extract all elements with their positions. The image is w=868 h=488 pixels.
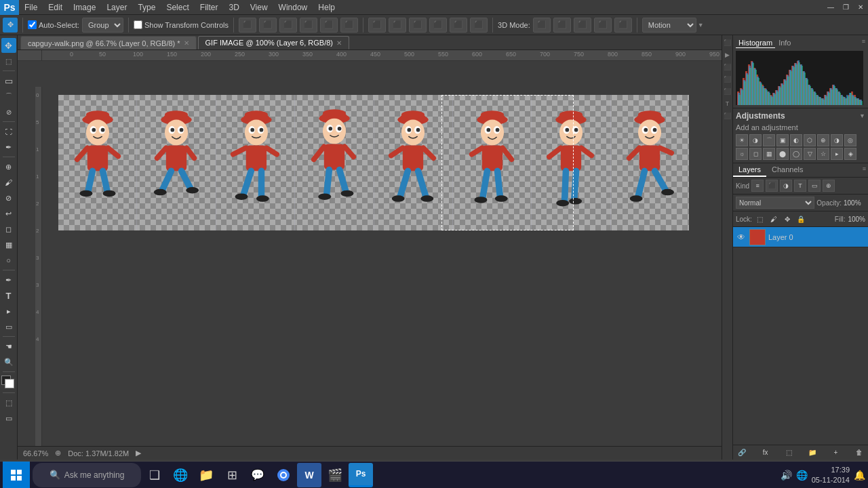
adj-solid-color[interactable]: ◈: [844, 148, 856, 160]
taskbar-file-explorer[interactable]: 📁: [194, 463, 218, 487]
lock-transparent-btn[interactable]: ⬚: [755, 214, 766, 224]
taskbar-task-view[interactable]: ❑: [142, 463, 167, 487]
lasso-tool[interactable]: ⌒: [1, 89, 16, 104]
adj-levels[interactable]: ◑: [749, 134, 762, 146]
layer-filter-pixel[interactable]: ⬛: [766, 180, 778, 192]
eyedropper-tool[interactable]: ✒: [1, 140, 16, 155]
panel-btn-5[interactable]: ⬛: [723, 87, 732, 96]
add-effect-btn[interactable]: fx: [760, 447, 772, 459]
show-transform-group[interactable]: Show Transform Controls: [134, 20, 229, 29]
lock-all-btn[interactable]: 🔒: [795, 214, 806, 224]
dist-left-btn[interactable]: ⬛: [429, 18, 447, 33]
quick-mask-tool[interactable]: ⬚: [1, 395, 16, 410]
adj-exposure[interactable]: ▣: [776, 134, 789, 146]
menu-file[interactable]: File: [19, 0, 43, 14]
layer-filter-type[interactable]: T: [794, 180, 806, 192]
taskbar-photoshop[interactable]: Ps: [349, 463, 373, 487]
adj-pattern[interactable]: ▸: [831, 148, 843, 160]
opacity-value[interactable]: 100%: [844, 199, 865, 207]
align-vmid-btn[interactable]: ⬛: [259, 18, 277, 33]
dist-hmid-btn[interactable]: ⬛: [450, 18, 467, 33]
dist-vmid-btn[interactable]: ⬛: [389, 18, 406, 33]
taskbar-word[interactable]: W: [297, 463, 321, 487]
taskbar-windows-store[interactable]: ⊞: [220, 463, 244, 487]
network-icon[interactable]: 🌐: [796, 470, 808, 481]
auto-select-checkbox[interactable]: [28, 20, 37, 29]
tab-capguy-close[interactable]: ✕: [184, 39, 189, 47]
heal-tool[interactable]: ⊕: [1, 159, 16, 174]
align-left-btn[interactable]: ⬛: [300, 18, 317, 33]
layer-row-0[interactable]: 👁 Layer 0: [733, 227, 868, 247]
menu-layer[interactable]: Layer: [101, 0, 132, 14]
lock-paint-btn[interactable]: 🖌: [768, 214, 779, 224]
start-button[interactable]: [3, 462, 30, 489]
layer-0-visibility[interactable]: 👁: [736, 232, 747, 243]
clone-stamp-tool[interactable]: ⊘: [1, 190, 16, 205]
adj-posterize[interactable]: ⬤: [776, 148, 789, 160]
adj-photo-filter[interactable]: ◎: [844, 134, 856, 146]
gradient-tool[interactable]: ▦: [1, 237, 16, 252]
notification-icon[interactable]: 🔔: [854, 470, 865, 481]
restore-button[interactable]: ❐: [838, 0, 853, 15]
align-hmid-btn[interactable]: ⬛: [320, 18, 338, 33]
3d-rotate-btn[interactable]: ⬛: [533, 18, 551, 33]
pen-tool[interactable]: ✒: [1, 272, 16, 287]
menu-type[interactable]: Type: [132, 0, 161, 14]
marquee-tool[interactable]: ▭: [1, 73, 16, 88]
shape-tool[interactable]: ▭: [1, 319, 16, 334]
panel-btn-4[interactable]: ⬛: [723, 75, 732, 84]
speaker-icon[interactable]: 🔊: [781, 470, 792, 481]
adj-color-lookup[interactable]: ◻: [749, 148, 762, 160]
adj-channel-mixer[interactable]: ☼: [736, 148, 748, 160]
tab-info[interactable]: Info: [776, 38, 793, 48]
taskbar-video[interactable]: 🎬: [323, 463, 347, 487]
auto-select-dropdown[interactable]: Group Layer: [82, 18, 123, 33]
auto-select-group[interactable]: Auto-Select:: [28, 20, 79, 29]
menu-3d[interactable]: 3D: [223, 0, 244, 14]
menu-edit[interactable]: Edit: [43, 0, 68, 14]
panel-btn-1[interactable]: ⬛: [723, 38, 732, 47]
dist-top-btn[interactable]: ⬛: [368, 18, 386, 33]
menu-select[interactable]: Select: [161, 0, 194, 14]
layer-filter-toggle[interactable]: ⊕: [823, 180, 835, 192]
adj-bw[interactable]: ◑: [831, 134, 843, 146]
brush-tool[interactable]: 🖌: [1, 175, 16, 190]
add-mask-btn[interactable]: ⬚: [783, 447, 795, 459]
adj-threshold[interactable]: ◯: [790, 148, 802, 160]
3d-pan-btn[interactable]: ⬛: [574, 18, 591, 33]
layer-filter-shape[interactable]: ▭: [808, 180, 821, 192]
tab-channels[interactable]: Channels: [766, 163, 808, 177]
canvas-container[interactable]: 0 5 1 1 2 2 3 3 4 4: [18, 61, 722, 446]
layers-options-icon[interactable]: ≡: [861, 163, 868, 177]
path-select-tool[interactable]: ▸: [1, 304, 16, 319]
3d-roll-btn[interactable]: ⬛: [553, 18, 571, 33]
menu-view[interactable]: View: [245, 0, 273, 14]
history-brush-tool[interactable]: ↩: [1, 206, 16, 221]
zoom-tool[interactable]: 🔍: [1, 354, 16, 369]
link-layers-btn[interactable]: 🔗: [736, 447, 748, 459]
arrow-icon[interactable]: ▶: [136, 449, 141, 458]
adj-vibrance[interactable]: ◐: [790, 134, 802, 146]
dodge-tool[interactable]: ○: [1, 253, 16, 268]
panel-btn-3[interactable]: ⬛: [723, 62, 732, 72]
delete-layer-btn[interactable]: 🗑: [853, 447, 865, 459]
align-bottom-btn[interactable]: ⬛: [279, 18, 297, 33]
hand-tool[interactable]: ☚: [1, 339, 16, 354]
search-placeholder[interactable]: Ask me anything: [64, 470, 125, 480]
add-group-btn[interactable]: 📁: [806, 447, 818, 459]
layer-filter-adjustment[interactable]: ◑: [780, 180, 792, 192]
taskbar-skype[interactable]: 💬: [245, 463, 270, 487]
taskbar-chrome[interactable]: [271, 463, 296, 487]
layer-filter-kind[interactable]: ≡: [751, 180, 764, 192]
motion-select[interactable]: Motion: [642, 18, 696, 33]
artboard-tool[interactable]: ⬚: [1, 54, 16, 68]
quick-select-tool[interactable]: ⊘: [1, 104, 16, 119]
show-transform-checkbox[interactable]: [134, 20, 142, 29]
adj-selective-color[interactable]: ☆: [817, 148, 829, 160]
adj-gradient-map[interactable]: ▽: [804, 148, 816, 160]
taskbar-edge[interactable]: 🌐: [168, 463, 193, 487]
tab-layers[interactable]: Layers: [733, 163, 766, 177]
screen-mode-tool[interactable]: ▭: [1, 411, 16, 426]
taskbar-search[interactable]: 🔍 Ask me anything: [33, 463, 141, 487]
type-tool[interactable]: T: [1, 288, 16, 303]
